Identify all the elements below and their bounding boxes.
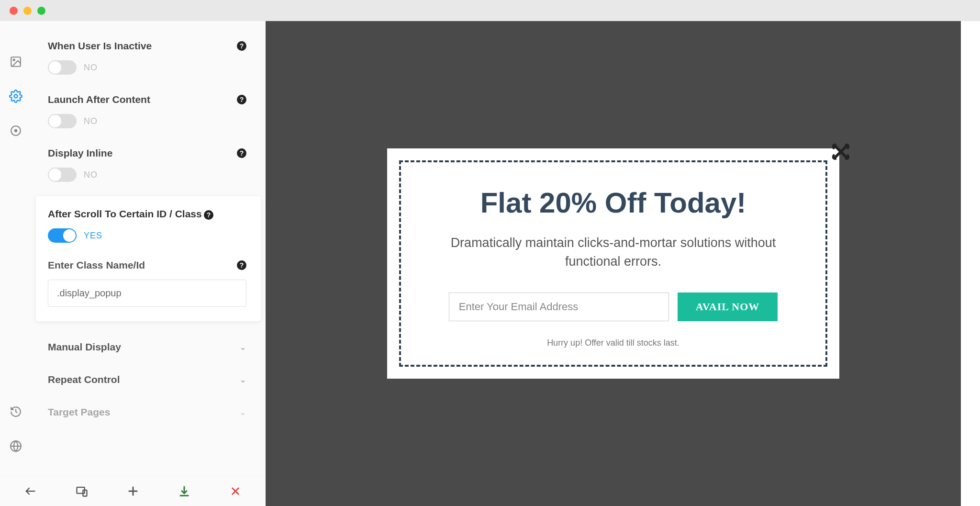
popup-form: AVAIL NOW (420, 292, 806, 321)
chevron-down-icon: ⌄ (239, 374, 246, 385)
help-icon[interactable]: ? (237, 95, 246, 104)
toggle-after-content-state: NO (84, 116, 98, 126)
bottom-toolbar (0, 475, 266, 506)
class-name-field-label-row: Enter Class Name/Id ? (48, 259, 246, 271)
toggle-after-content[interactable] (48, 114, 77, 128)
option-after-content: Launch After Content ? NO (31, 84, 266, 138)
popup-title: Flat 20% Off Today! (420, 186, 806, 219)
collapse-manual-display[interactable]: Manual Display ⌄ (31, 331, 266, 363)
rail-target-icon[interactable] (9, 124, 23, 138)
class-name-input[interactable] (48, 280, 246, 307)
chevron-down-icon: ⌄ (239, 342, 246, 352)
rail-globe-icon[interactable] (9, 439, 23, 453)
back-button[interactable] (21, 482, 40, 501)
help-icon[interactable]: ? (204, 210, 213, 220)
class-name-field-label: Enter Class Name/Id (48, 259, 145, 271)
svg-point-1 (13, 59, 14, 61)
popup-close-button[interactable] (830, 141, 851, 164)
maximize-window-button[interactable] (37, 7, 45, 15)
svg-point-2 (14, 95, 17, 98)
svg-point-4 (14, 130, 16, 132)
window-controls (10, 7, 45, 15)
popup-subtitle: Dramatically maintain clicks-and-mortar … (451, 234, 776, 271)
option-after-content-label: Launch After Content (48, 94, 150, 105)
toggle-inactive-state: NO (84, 63, 98, 73)
rail-bottom-group (9, 405, 23, 453)
avail-now-button[interactable]: AVAIL NOW (678, 292, 778, 321)
minimize-window-button[interactable] (23, 7, 32, 15)
collapse-target-label: Target Pages (48, 406, 110, 418)
toggle-inactive[interactable] (48, 60, 77, 75)
rail-image-icon[interactable] (9, 55, 23, 69)
close-window-button[interactable] (10, 7, 18, 15)
option-scroll-id-label: After Scroll To Certain ID / Class (48, 208, 202, 219)
collapse-manual-label: Manual Display (48, 341, 121, 353)
main-area: When User Is Inactive ? NO Launch After … (0, 21, 980, 506)
option-scroll-id-card: After Scroll To Certain ID / Class ? YES… (36, 196, 261, 321)
email-input[interactable] (449, 292, 669, 321)
coupon-border: Flat 20% Off Today! Dramatically maintai… (399, 160, 827, 367)
option-display-inline-label: Display Inline (48, 147, 112, 159)
option-inactive-label: When User Is Inactive (48, 40, 152, 52)
chevron-down-icon: ⌄ (239, 407, 246, 417)
preview-canvas: Flat 20% Off Today! Dramatically maintai… (266, 21, 961, 506)
rail-settings-icon[interactable] (9, 89, 23, 103)
cancel-button[interactable] (226, 482, 245, 501)
help-icon[interactable]: ? (237, 148, 246, 158)
toggle-display-inline[interactable] (48, 168, 77, 182)
help-icon[interactable]: ? (237, 260, 246, 270)
collapse-target-pages[interactable]: Target Pages ⌄ (31, 396, 266, 428)
app-window: When User Is Inactive ? NO Launch After … (0, 0, 980, 506)
add-button[interactable] (123, 482, 143, 501)
rail-history-icon[interactable] (9, 405, 23, 419)
toggle-display-inline-state: NO (84, 170, 98, 180)
help-icon[interactable]: ? (237, 41, 246, 51)
popup-preview[interactable]: Flat 20% Off Today! Dramatically maintai… (387, 148, 839, 379)
collapse-repeat-label: Repeat Control (48, 374, 120, 385)
right-gap (961, 21, 980, 506)
responsive-button[interactable] (72, 482, 91, 501)
option-inactive: When User Is Inactive ? NO (31, 31, 266, 84)
collapse-repeat-control[interactable]: Repeat Control ⌄ (31, 363, 266, 396)
toggle-scroll-id-state: YES (84, 231, 102, 241)
toggle-scroll-id[interactable] (48, 228, 77, 243)
option-display-inline: Display Inline ? NO (31, 138, 266, 191)
save-button[interactable] (175, 482, 194, 501)
titlebar (0, 0, 980, 21)
popup-footnote: Hurry up! Offer valid till stocks last. (420, 338, 806, 348)
icon-rail (0, 21, 31, 506)
side-panel: When User Is Inactive ? NO Launch After … (31, 21, 266, 506)
